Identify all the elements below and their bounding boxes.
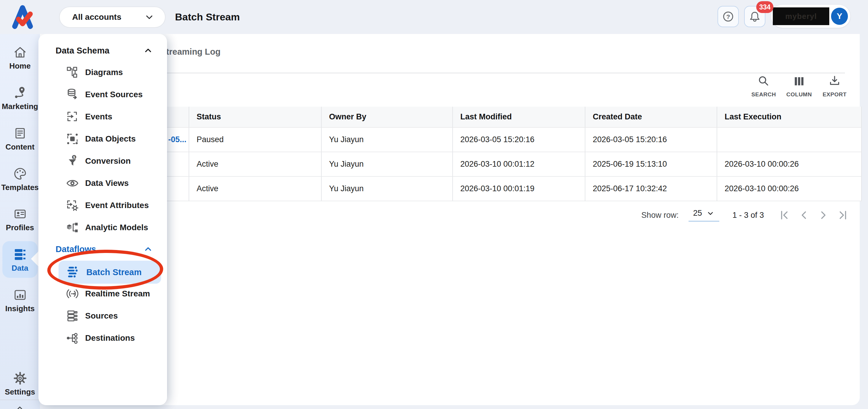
first-page-button[interactable]	[778, 208, 791, 222]
export-button-label: EXPORT	[823, 91, 846, 98]
menu-item-data-views[interactable]: Data Views	[38, 172, 167, 194]
section-title: Data Schema	[56, 46, 143, 56]
sidebar-item-label: Profiles	[6, 223, 34, 232]
account-selector[interactable]: All accounts	[59, 6, 165, 28]
menu-item-realtime-stream[interactable]: Realtime Stream	[38, 283, 167, 305]
section-dataflows[interactable]: Dataflows	[38, 241, 167, 257]
user-menu[interactable]: myberyl Y	[771, 5, 850, 28]
app-logo-icon[interactable]	[11, 4, 35, 29]
app-screen: Home Marketing Content Templates Profile…	[0, 0, 868, 409]
table-toolbar: SEARCH COLUMN EXPORT	[748, 75, 850, 108]
table-row-name-cell	[167, 177, 189, 201]
event-attributes-icon	[66, 198, 79, 212]
tab-divider	[160, 73, 845, 73]
conversion-icon	[66, 154, 79, 168]
sidebar-item-profiles[interactable]: Profiles	[0, 203, 40, 236]
menu-item-destinations[interactable]: Destinations	[38, 327, 167, 349]
search-button[interactable]: SEARCH	[748, 75, 779, 108]
status-cell: Active	[189, 177, 322, 201]
menu-item-conversion[interactable]: Conversion	[38, 150, 167, 172]
marketing-icon	[13, 86, 27, 100]
data-objects-icon	[66, 132, 79, 146]
table-header-created-date[interactable]: Created Date	[585, 107, 717, 128]
table-row-name-cell	[167, 152, 189, 177]
next-page-button[interactable]	[816, 208, 830, 222]
page-size-value: 25	[693, 209, 702, 218]
events-icon	[66, 110, 79, 124]
page-title: Batch Stream	[175, 11, 240, 23]
page-next-icon	[817, 209, 830, 222]
stream-name-link[interactable]: -05...	[168, 135, 187, 144]
last-execution-cell	[717, 128, 862, 152]
menu-item-event-attributes[interactable]: Event Attributes	[38, 194, 167, 216]
sidebar-item-settings[interactable]: Settings	[0, 367, 40, 401]
menu-item-label: Destinations	[85, 333, 135, 343]
sidebar-item-label: Content	[5, 143, 34, 152]
column-icon	[793, 75, 806, 88]
help-icon	[721, 10, 735, 23]
diagrams-icon	[66, 66, 79, 79]
export-button[interactable]: EXPORT	[819, 75, 850, 108]
table-header-name[interactable]	[167, 107, 189, 128]
sidebar-item-templates[interactable]: Templates	[0, 163, 40, 196]
home-icon	[13, 45, 27, 59]
chevron-up-icon[interactable]	[16, 404, 24, 409]
last-modified-cell: 2026-03-10 00:01:12	[453, 152, 585, 177]
analytic-models-icon	[66, 221, 79, 234]
help-button[interactable]	[717, 6, 739, 27]
templates-icon	[13, 167, 27, 181]
tab-streaming-log[interactable]: Streaming Log	[160, 47, 221, 57]
table-header-last-execution[interactable]: Last Execution	[717, 107, 862, 128]
menu-item-label: Conversion	[85, 156, 131, 166]
page-size-select[interactable]: 25	[688, 209, 719, 222]
table-header-owner[interactable]: Owner By	[322, 107, 453, 128]
menu-item-label: Data Views	[85, 179, 129, 188]
data-views-icon	[66, 177, 79, 190]
chevron-up-icon	[143, 45, 153, 56]
sidebar-item-label: Data	[11, 263, 28, 273]
account-selector-label: All accounts	[72, 12, 144, 22]
menu-item-event-sources[interactable]: Event Sources	[38, 84, 167, 105]
menu-item-label: Event Sources	[85, 90, 143, 99]
insights-icon	[13, 288, 27, 302]
menu-item-data-objects[interactable]: Data Objects	[38, 128, 167, 150]
page-last-icon	[836, 209, 849, 222]
owner-cell: Yu Jiayun	[322, 152, 453, 177]
created-date-cell: 2025-06-19 15:13:10	[585, 152, 717, 177]
last-execution-cell: 2026-03-10 00:00:26	[717, 177, 862, 201]
table-header-status[interactable]: Status	[189, 107, 322, 128]
destinations-icon	[66, 331, 79, 345]
redacted-username: myberyl	[773, 7, 829, 25]
profiles-icon	[13, 207, 27, 221]
status-cell: Active	[189, 152, 322, 177]
menu-item-events[interactable]: Events	[38, 106, 167, 128]
pagination-controls	[778, 208, 850, 222]
menu-item-batch-stream[interactable]: Batch Stream	[59, 261, 161, 284]
table-header-last-modified[interactable]: Last Modified	[453, 107, 585, 128]
chevron-up-icon	[143, 244, 153, 254]
sidebar-item-label: Settings	[5, 387, 35, 397]
created-date-cell: 2025-06-17 10:32:42	[585, 177, 717, 201]
batch-stream-table: Status Owner By Last Modified Created Da…	[167, 107, 862, 201]
pagination: Show row: 25 1 - 3 of 3	[641, 206, 850, 225]
menu-item-label: Batch Stream	[86, 268, 142, 277]
sources-icon	[66, 309, 79, 323]
sidebar-item-content[interactable]: Content	[0, 122, 40, 155]
column-button[interactable]: COLUMN	[783, 75, 815, 108]
menu-item-analytic-models[interactable]: Analytic Models	[38, 217, 167, 239]
data-icon	[13, 247, 27, 261]
menu-item-label: Analytic Models	[85, 223, 148, 232]
created-date-cell: 2026-03-05 15:20:16	[585, 128, 717, 152]
last-page-button[interactable]	[836, 208, 850, 222]
sidebar-item-insights[interactable]: Insights	[0, 284, 40, 317]
last-execution-cell: 2026-03-10 00:00:26	[717, 152, 862, 177]
prev-page-button[interactable]	[797, 208, 811, 222]
sidebar-item-home[interactable]: Home	[0, 41, 40, 74]
section-data-schema[interactable]: Data Schema	[38, 42, 167, 59]
menu-item-label: Diagrams	[85, 68, 123, 77]
owner-cell: Yu Jiayun	[322, 128, 453, 152]
menu-item-diagrams[interactable]: Diagrams	[38, 61, 167, 83]
menu-item-label: Event Attributes	[85, 201, 149, 210]
menu-item-sources[interactable]: Sources	[38, 305, 167, 327]
sidebar-item-marketing[interactable]: Marketing	[0, 82, 40, 115]
